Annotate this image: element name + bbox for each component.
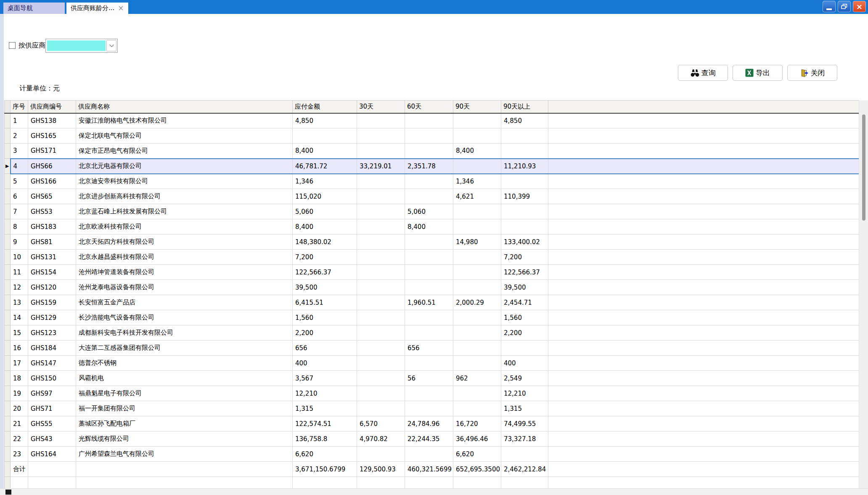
cell-d60[interactable] [405, 325, 453, 341]
cell-blank[interactable] [405, 477, 453, 489]
cell-code[interactable]: GHS166 [28, 174, 76, 189]
query-button[interactable]: 查询 [678, 65, 728, 81]
cell-d90[interactable] [453, 204, 501, 219]
tab-desktop-navigation[interactable]: 桌面导航 [3, 3, 65, 14]
cell-d30[interactable]: 4,970.82 [357, 431, 405, 447]
cell-code[interactable]: GHS66 [28, 159, 76, 174]
cell-d90[interactable] [453, 128, 501, 144]
row-selector[interactable] [5, 325, 11, 341]
cell-d90plus[interactable]: 74,499.55 [501, 416, 548, 431]
row-selector[interactable] [5, 189, 11, 204]
cell-d60[interactable]: 22,244.35 [405, 431, 453, 447]
cell-payable[interactable]: 1,560 [293, 310, 357, 325]
cell-d90[interactable] [453, 265, 501, 280]
cell-code[interactable]: GHS71 [28, 401, 76, 416]
cell-name[interactable]: 北京蓝石峰上科技发展有限公司 [76, 204, 293, 219]
cell-d30[interactable] [357, 250, 405, 265]
cell-no[interactable]: 6 [11, 189, 28, 204]
cell-name[interactable]: 保定北联电气有限公司 [76, 128, 293, 144]
cell-d90plus[interactable] [501, 128, 548, 144]
cell-name[interactable]: 长安恒富五金产品店 [76, 295, 293, 310]
cell-name[interactable]: 沧州靖坤管道装备有限公司 [76, 265, 293, 280]
table-row[interactable]: 10GHS131北京永越昌盛科技有限公司7,2007,200 [5, 250, 859, 265]
cell-blank[interactable] [548, 477, 859, 489]
table-row[interactable]: 23GHS164广州希望森兰电气有限公司6,6206,620 [5, 447, 859, 462]
cell-name[interactable]: 长沙浩能电气设备有限公司 [76, 310, 293, 325]
cell-code[interactable]: GHS165 [28, 128, 76, 144]
cell-d60[interactable]: 1,960.51 [405, 295, 453, 310]
cell-no[interactable]: 21 [11, 416, 28, 431]
cell-payable[interactable]: 6,415.51 [293, 295, 357, 310]
cell-d60[interactable] [405, 128, 453, 144]
total-row[interactable]: 合计3,671,150.6799129,500.93460,321.569965… [5, 462, 859, 477]
cell-d90[interactable] [453, 386, 501, 401]
cell-d60[interactable] [405, 174, 453, 189]
cell-d60[interactable] [405, 113, 453, 128]
cell-blank[interactable] [548, 310, 859, 325]
cell-name[interactable]: 福一开集团有限公司 [76, 401, 293, 416]
table-row[interactable]: 1GHS138安徽江淮朗格电气技术有限公司4,8504,850 [5, 113, 859, 128]
column-header-name[interactable]: 供应商名称 [76, 101, 293, 113]
row-selector[interactable] [5, 477, 11, 489]
column-header-blank[interactable] [548, 101, 859, 113]
cell-d90[interactable]: 2,000.29 [453, 295, 501, 310]
cell-code[interactable]: GHS43 [28, 431, 76, 447]
cell-payable[interactable]: 6,620 [293, 447, 357, 462]
cell-name[interactable]: 福鼎魁星电子有限公司 [76, 386, 293, 401]
cell-d90plus[interactable] [501, 447, 548, 462]
cell-d60[interactable] [405, 356, 453, 371]
cell-d30[interactable] [357, 386, 405, 401]
cell-d30[interactable] [357, 356, 405, 371]
cell-blank[interactable] [501, 477, 548, 489]
cell-d90[interactable]: 6,620 [453, 447, 501, 462]
cell-code[interactable]: GHS150 [28, 371, 76, 386]
table-row[interactable]: 12GHS120沧州龙泰电器设备有限公司39,50039,500 [5, 280, 859, 295]
cell-d90plus[interactable]: 2,454.71 [501, 295, 548, 310]
cell-blank[interactable] [11, 477, 28, 489]
cell-d60[interactable] [405, 265, 453, 280]
cell-d60[interactable] [405, 386, 453, 401]
cell-d60[interactable] [405, 280, 453, 295]
cell-no[interactable]: 1 [11, 113, 28, 128]
cell-d30[interactable] [357, 265, 405, 280]
cell-d90plus[interactable]: 2,549 [501, 371, 548, 386]
cell-blank[interactable] [548, 234, 859, 250]
cell-d30[interactable] [357, 113, 405, 128]
cell-d30[interactable] [357, 295, 405, 310]
cell-d30[interactable] [357, 325, 405, 341]
minimize-button[interactable] [823, 1, 836, 12]
table-row[interactable]: 2GHS165保定北联电气有限公司 [5, 128, 859, 144]
cell-name[interactable]: 藁城区孙飞配电箱厂 [76, 416, 293, 431]
cell-code[interactable]: GHS123 [28, 325, 76, 341]
cell-d90[interactable]: 36,496.46 [453, 431, 501, 447]
horizontal-scrollbar[interactable] [0, 488, 868, 495]
cell-no[interactable]: 16 [11, 341, 28, 356]
horizontal-scrollbar-thumb[interactable] [5, 490, 11, 495]
table-row[interactable]: 21GHS55藁城区孙飞配电箱厂122,574.516,57024,784.96… [5, 416, 859, 431]
cell-blank[interactable] [548, 325, 859, 341]
cell-d30[interactable] [357, 174, 405, 189]
cell-payable[interactable]: 39,500 [293, 280, 357, 295]
column-header-no[interactable]: 序号 [11, 101, 28, 113]
table-row[interactable]: 19GHS97福鼎魁星电子有限公司12,21012,210 [5, 386, 859, 401]
row-selector[interactable] [5, 280, 11, 295]
cell-d90[interactable] [453, 310, 501, 325]
cell-d90[interactable]: 4,621 [453, 189, 501, 204]
cell-d90[interactable] [453, 219, 501, 234]
cell-d90[interactable]: 962 [453, 371, 501, 386]
cell-d30[interactable] [357, 219, 405, 234]
cell-d90plus[interactable]: 110,399 [501, 189, 548, 204]
cell-code[interactable]: GHS53 [28, 204, 76, 219]
row-selector[interactable]: ▶ [5, 159, 11, 174]
column-header-code[interactable]: 供应商编号 [28, 101, 76, 113]
cell-no[interactable]: 13 [11, 295, 28, 310]
cell-payable[interactable]: 148,380.02 [293, 234, 357, 250]
cell-d30[interactable] [357, 310, 405, 325]
row-selector[interactable] [5, 431, 11, 447]
cell-blank[interactable] [453, 477, 501, 489]
cell-blank[interactable] [548, 416, 859, 431]
cell-d90plus[interactable] [501, 174, 548, 189]
cell-payable[interactable]: 8,400 [293, 144, 357, 159]
column-header-payable[interactable]: 应付金额 [293, 101, 357, 113]
row-selector[interactable] [5, 310, 11, 325]
